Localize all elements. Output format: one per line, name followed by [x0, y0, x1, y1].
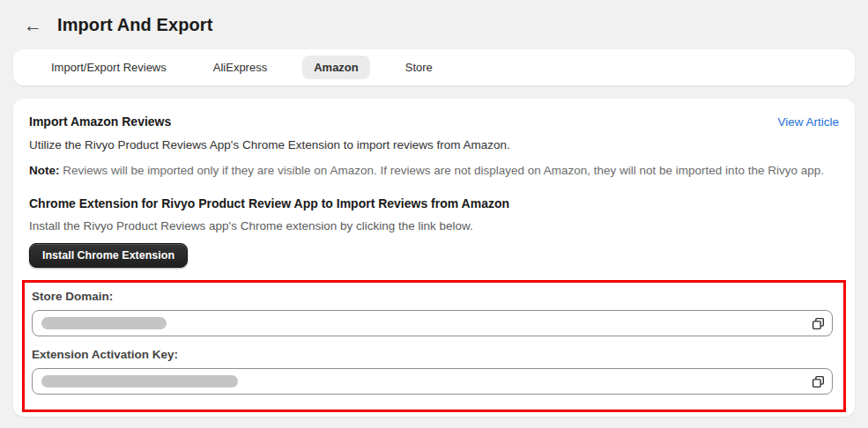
install-chrome-extension-button[interactable]: Install Chrome Extension [29, 243, 188, 268]
copy-icon [811, 316, 826, 331]
tab-aliexpress[interactable]: AliExpress [202, 55, 278, 79]
view-article-link[interactable]: View Article [777, 115, 839, 129]
tab-bar: Import/Export Reviews AliExpress Amazon … [13, 49, 855, 85]
import-amazon-panel: Import Amazon Reviews View Article Utili… [13, 99, 855, 417]
page-header: ← Import And Export [0, 0, 868, 39]
tab-import-export-reviews[interactable]: Import/Export Reviews [40, 55, 178, 79]
tab-store[interactable]: Store [394, 55, 444, 79]
extension-activation-key-label: Extension Activation Key: [32, 348, 833, 361]
extension-heading: Chrome Extension for Rivyo Product Revie… [29, 196, 839, 210]
panel-title: Import Amazon Reviews [29, 114, 171, 129]
highlighted-fields-box: Store Domain: Extension Activation Key: [22, 280, 846, 412]
page-title: Import And Export [57, 15, 213, 35]
intro-text: Utilize the Rivyo Product Reviews App's … [29, 138, 839, 151]
back-arrow-icon[interactable]: ← [24, 16, 42, 34]
tab-amazon[interactable]: Amazon [302, 55, 370, 79]
extension-activation-key-redacted-value [41, 375, 238, 387]
copy-icon[interactable] [807, 313, 829, 335]
note-body: Reviews will be imported only if they ar… [60, 164, 824, 177]
extension-instructions: Install the Rivyo Product Reviews app's … [29, 219, 839, 232]
store-domain-redacted-value [41, 317, 167, 329]
panel-header: Import Amazon Reviews View Article [29, 114, 839, 129]
extension-activation-key-field[interactable] [32, 368, 833, 395]
note-text: Note: Reviews will be imported only if t… [29, 164, 839, 177]
store-domain-field[interactable] [32, 310, 833, 336]
copy-icon [811, 374, 826, 389]
store-domain-label: Store Domain: [32, 290, 833, 303]
note-label: Note: [29, 164, 60, 177]
copy-icon[interactable] [807, 371, 829, 393]
